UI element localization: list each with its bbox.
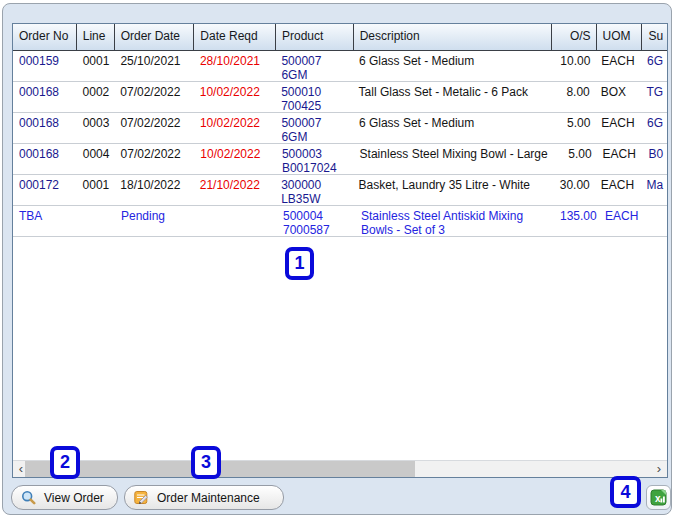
cell-order-no: 000168 [13, 82, 77, 112]
cell-line: 0001 [77, 51, 115, 81]
cell-description: Stainless Steel Antiskid Mixing Bowls - … [355, 206, 554, 236]
cell-date-reqd: 10/02/2022 [194, 144, 276, 174]
cell-date-reqd: 21/10/2022 [194, 175, 275, 205]
cell-line: 0001 [77, 175, 115, 205]
cell-os: 5.00 [552, 144, 597, 174]
callout-1-badge: 1 [285, 247, 314, 280]
cell-product: 300000 LB35W [275, 175, 352, 205]
cell-description: Basket, Laundry 35 Litre - White [353, 175, 550, 205]
svg-text:x: x [655, 493, 661, 504]
cell-uom: EACH [595, 175, 641, 205]
cell-date-reqd [195, 206, 277, 236]
table-row[interactable]: 000159 0001 25/10/2021 28/10/2021 500007… [13, 51, 667, 82]
product-code-alt: LB35W [281, 192, 348, 205]
order-maintenance-button[interactable]: Order Maintenance [124, 485, 284, 510]
col-header-product[interactable]: Product [276, 24, 354, 50]
cell-date-reqd: 10/02/2022 [194, 113, 275, 143]
cell-os: 135.00 [554, 206, 599, 236]
cell-description: 6 Glass Set - Medium [353, 113, 551, 143]
cell-order-no: 000172 [13, 175, 77, 205]
product-code-alt: 6GM [281, 130, 349, 143]
cell-order-no: TBA [13, 206, 77, 236]
view-order-label: View Order [44, 491, 104, 505]
cell-os: 8.00 [550, 82, 595, 112]
grid-header-row: Order No Line Order Date Date Reqd Produ… [13, 24, 667, 51]
col-header-order-no[interactable]: Order No [13, 24, 77, 50]
cell-date-reqd: 10/02/2022 [194, 82, 275, 112]
cell-date-reqd: 28/10/2021 [194, 51, 275, 81]
callout-4-badge: 4 [610, 476, 641, 508]
note-edit-icon [134, 490, 149, 505]
cell-description: 6 Glass Set - Medium [353, 51, 551, 81]
cell-line [77, 206, 115, 236]
table-row[interactable]: 000168 0003 07/02/2022 10/02/2022 500007… [13, 113, 667, 144]
cell-description: Tall Glass Set - Metalic - 6 Pack [353, 82, 550, 112]
cell-order-date: 07/02/2022 [114, 82, 193, 112]
cell-order-no: 000168 [13, 144, 77, 174]
cell-supplier: 6G [641, 51, 667, 81]
cell-order-date: Pending [115, 206, 195, 236]
view-order-button[interactable]: View Order [11, 485, 118, 510]
cell-supplier: TG [640, 82, 667, 112]
scroll-right-arrow-icon[interactable]: › [651, 461, 667, 477]
cell-order-date: 18/10/2022 [114, 175, 193, 205]
callout-3-badge: 3 [191, 446, 221, 479]
product-code: 500010 [281, 85, 348, 99]
excel-icon: x [650, 489, 667, 506]
table-empty-area [13, 237, 667, 437]
table-row[interactable]: 000168 0004 07/02/2022 10/02/2022 500003… [13, 144, 667, 175]
cell-order-date: 07/02/2022 [114, 113, 194, 143]
product-code: 500003 [282, 147, 350, 161]
col-header-uom[interactable]: UOM [597, 24, 643, 50]
table-row[interactable]: 000172 0001 18/10/2022 21/10/2022 300000… [13, 175, 667, 206]
col-header-line[interactable]: Line [77, 24, 115, 50]
product-code: 500007 [281, 54, 349, 68]
cell-uom: EACH [599, 206, 645, 236]
cell-line: 0004 [77, 144, 115, 174]
product-code-alt: B0017024 [282, 161, 350, 174]
cell-description: Stainless Steel Mixing Bowl - Large [354, 144, 552, 174]
product-code: 500007 [281, 116, 349, 130]
cell-os: 10.00 [551, 51, 596, 81]
horizontal-scrollbar[interactable]: ‹ › [13, 460, 667, 477]
cell-line: 0002 [77, 82, 115, 112]
product-code-alt: 6GM [281, 68, 349, 81]
product-code: 300000 [281, 178, 348, 192]
cell-order-no: 000168 [13, 113, 77, 143]
cell-product: 500007 6GM [275, 113, 353, 143]
cell-order-no: 000159 [13, 51, 77, 81]
cell-uom: EACH [595, 113, 641, 143]
cell-product: 500004 7000587 [277, 206, 355, 236]
cell-os: 30.00 [550, 175, 595, 205]
cell-supplier: Ma [640, 175, 667, 205]
order-maintenance-label: Order Maintenance [157, 491, 260, 505]
col-header-description[interactable]: Description [354, 24, 552, 50]
cell-supplier: B0 [642, 144, 667, 174]
export-excel-button[interactable]: x [646, 485, 671, 510]
col-header-order-date[interactable]: Order Date [115, 24, 195, 50]
cell-os: 5.00 [551, 113, 596, 143]
col-header-supplier[interactable]: Su [642, 24, 667, 50]
orders-window: Order No Line Order Date Date Reqd Produ… [2, 3, 672, 515]
col-header-date-reqd[interactable]: Date Reqd [194, 24, 276, 50]
cell-order-date: 07/02/2022 [115, 144, 195, 174]
product-code-alt: 7000587 [283, 223, 351, 236]
cell-uom: EACH [595, 51, 641, 81]
cell-product: 500007 6GM [275, 51, 353, 81]
magnifier-icon [21, 490, 36, 505]
cell-uom: BOX [595, 82, 641, 112]
product-code-alt: 700425 [281, 99, 348, 112]
cell-product: 500010 700425 [275, 82, 352, 112]
cell-supplier [645, 206, 667, 236]
table-row-pending[interactable]: TBA Pending 500004 7000587 Stainless Ste… [13, 206, 667, 237]
table-row[interactable]: 000168 0002 07/02/2022 10/02/2022 500010… [13, 82, 667, 113]
cell-order-date: 25/10/2021 [114, 51, 194, 81]
product-code: 500004 [283, 209, 351, 223]
orders-grid-panel: Order No Line Order Date Date Reqd Produ… [12, 23, 668, 478]
col-header-os[interactable]: O/S [552, 24, 597, 50]
cell-product: 500003 B0017024 [276, 144, 354, 174]
callout-2-badge: 2 [50, 446, 80, 479]
cell-supplier: 6G [641, 113, 667, 143]
cell-uom: EACH [597, 144, 643, 174]
cell-line: 0003 [77, 113, 115, 143]
